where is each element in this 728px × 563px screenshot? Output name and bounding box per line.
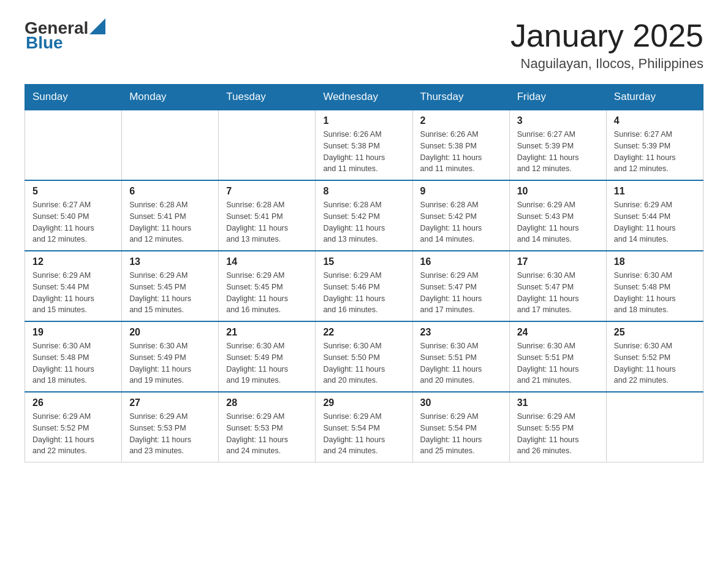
day-info: Sunrise: 6:30 AM Sunset: 5:48 PM Dayligh… xyxy=(614,270,696,316)
day-info: Sunrise: 6:28 AM Sunset: 5:42 PM Dayligh… xyxy=(420,199,502,245)
day-info: Sunrise: 6:29 AM Sunset: 5:44 PM Dayligh… xyxy=(32,270,114,316)
day-info: Sunrise: 6:30 AM Sunset: 5:52 PM Dayligh… xyxy=(614,340,696,386)
calendar-cell: 7Sunrise: 6:28 AM Sunset: 5:41 PM Daylig… xyxy=(219,180,316,251)
calendar-header-tuesday: Tuesday xyxy=(219,85,316,110)
day-info: Sunrise: 6:30 AM Sunset: 5:48 PM Dayligh… xyxy=(32,340,114,386)
page-header: General Blue January 2025 Naguilayan, Il… xyxy=(25,18,703,72)
calendar-cell: 5Sunrise: 6:27 AM Sunset: 5:40 PM Daylig… xyxy=(25,180,122,251)
day-info: Sunrise: 6:28 AM Sunset: 5:41 PM Dayligh… xyxy=(129,199,211,245)
calendar-cell xyxy=(25,110,122,180)
calendar-cell: 15Sunrise: 6:29 AM Sunset: 5:46 PM Dayli… xyxy=(316,251,412,321)
calendar-cell: 2Sunrise: 6:26 AM Sunset: 5:38 PM Daylig… xyxy=(412,110,509,180)
calendar-header-wednesday: Wednesday xyxy=(316,85,412,110)
calendar-cell: 27Sunrise: 6:29 AM Sunset: 5:53 PM Dayli… xyxy=(122,392,219,462)
day-number: 5 xyxy=(32,186,114,197)
location-title: Naguilayan, Ilocos, Philippines xyxy=(510,56,703,72)
day-info: Sunrise: 6:29 AM Sunset: 5:54 PM Dayligh… xyxy=(420,411,502,457)
day-info: Sunrise: 6:27 AM Sunset: 5:39 PM Dayligh… xyxy=(614,129,696,175)
calendar-header-thursday: Thursday xyxy=(412,85,509,110)
calendar-header-monday: Monday xyxy=(122,85,219,110)
day-number: 16 xyxy=(420,256,502,267)
calendar-cell: 25Sunrise: 6:30 AM Sunset: 5:52 PM Dayli… xyxy=(606,321,703,392)
day-number: 17 xyxy=(517,256,599,267)
day-number: 29 xyxy=(323,397,404,408)
day-info: Sunrise: 6:28 AM Sunset: 5:42 PM Dayligh… xyxy=(323,199,404,245)
calendar-cell: 11Sunrise: 6:29 AM Sunset: 5:44 PM Dayli… xyxy=(606,180,703,251)
calendar-cell: 12Sunrise: 6:29 AM Sunset: 5:44 PM Dayli… xyxy=(25,251,122,321)
calendar-header-saturday: Saturday xyxy=(606,85,703,110)
calendar-cell xyxy=(122,110,219,180)
day-number: 26 xyxy=(32,397,114,408)
calendar-cell: 22Sunrise: 6:30 AM Sunset: 5:50 PM Dayli… xyxy=(316,321,412,392)
week-row-3: 12Sunrise: 6:29 AM Sunset: 5:44 PM Dayli… xyxy=(25,251,703,321)
day-info: Sunrise: 6:27 AM Sunset: 5:40 PM Dayligh… xyxy=(32,199,114,245)
day-number: 23 xyxy=(420,327,502,338)
calendar-cell xyxy=(219,110,316,180)
calendar-cell: 13Sunrise: 6:29 AM Sunset: 5:45 PM Dayli… xyxy=(122,251,219,321)
day-info: Sunrise: 6:26 AM Sunset: 5:38 PM Dayligh… xyxy=(420,129,502,175)
day-number: 18 xyxy=(614,256,696,267)
calendar-cell: 4Sunrise: 6:27 AM Sunset: 5:39 PM Daylig… xyxy=(606,110,703,180)
calendar-cell: 30Sunrise: 6:29 AM Sunset: 5:54 PM Dayli… xyxy=(412,392,509,462)
calendar-cell: 23Sunrise: 6:30 AM Sunset: 5:51 PM Dayli… xyxy=(412,321,509,392)
calendar-header-friday: Friday xyxy=(509,85,606,110)
day-number: 12 xyxy=(32,256,114,267)
calendar-cell: 20Sunrise: 6:30 AM Sunset: 5:49 PM Dayli… xyxy=(122,321,219,392)
day-info: Sunrise: 6:29 AM Sunset: 5:45 PM Dayligh… xyxy=(226,270,308,316)
logo: General Blue xyxy=(25,18,105,53)
calendar-cell: 8Sunrise: 6:28 AM Sunset: 5:42 PM Daylig… xyxy=(316,180,412,251)
day-number: 30 xyxy=(420,397,502,408)
day-info: Sunrise: 6:27 AM Sunset: 5:39 PM Dayligh… xyxy=(517,129,599,175)
day-info: Sunrise: 6:29 AM Sunset: 5:55 PM Dayligh… xyxy=(517,411,599,457)
week-row-2: 5Sunrise: 6:27 AM Sunset: 5:40 PM Daylig… xyxy=(25,180,703,251)
day-number: 8 xyxy=(323,186,404,197)
day-info: Sunrise: 6:28 AM Sunset: 5:41 PM Dayligh… xyxy=(226,199,308,245)
day-number: 14 xyxy=(226,256,308,267)
day-number: 4 xyxy=(614,115,696,126)
day-number: 28 xyxy=(226,397,308,408)
day-info: Sunrise: 6:30 AM Sunset: 5:51 PM Dayligh… xyxy=(517,340,599,386)
calendar-cell: 9Sunrise: 6:28 AM Sunset: 5:42 PM Daylig… xyxy=(412,180,509,251)
day-number: 27 xyxy=(129,397,211,408)
day-info: Sunrise: 6:29 AM Sunset: 5:44 PM Dayligh… xyxy=(614,199,696,245)
day-info: Sunrise: 6:30 AM Sunset: 5:49 PM Dayligh… xyxy=(226,340,308,386)
calendar-cell: 21Sunrise: 6:30 AM Sunset: 5:49 PM Dayli… xyxy=(219,321,316,392)
week-row-4: 19Sunrise: 6:30 AM Sunset: 5:48 PM Dayli… xyxy=(25,321,703,392)
day-info: Sunrise: 6:29 AM Sunset: 5:45 PM Dayligh… xyxy=(129,270,211,316)
day-number: 7 xyxy=(226,186,308,197)
calendar-cell: 18Sunrise: 6:30 AM Sunset: 5:48 PM Dayli… xyxy=(606,251,703,321)
day-info: Sunrise: 6:26 AM Sunset: 5:38 PM Dayligh… xyxy=(323,129,404,175)
calendar-cell: 6Sunrise: 6:28 AM Sunset: 5:41 PM Daylig… xyxy=(122,180,219,251)
day-info: Sunrise: 6:29 AM Sunset: 5:43 PM Dayligh… xyxy=(517,199,599,245)
day-number: 13 xyxy=(129,256,211,267)
calendar-cell: 31Sunrise: 6:29 AM Sunset: 5:55 PM Dayli… xyxy=(509,392,606,462)
svg-marker-0 xyxy=(89,18,105,34)
day-number: 22 xyxy=(323,327,404,338)
day-number: 15 xyxy=(323,256,404,267)
day-number: 19 xyxy=(32,327,114,338)
day-number: 6 xyxy=(129,186,211,197)
day-number: 25 xyxy=(614,327,696,338)
day-number: 24 xyxy=(517,327,599,338)
day-number: 11 xyxy=(614,186,696,197)
calendar-cell: 24Sunrise: 6:30 AM Sunset: 5:51 PM Dayli… xyxy=(509,321,606,392)
calendar-cell: 19Sunrise: 6:30 AM Sunset: 5:48 PM Dayli… xyxy=(25,321,122,392)
day-number: 20 xyxy=(129,327,211,338)
day-info: Sunrise: 6:29 AM Sunset: 5:47 PM Dayligh… xyxy=(420,270,502,316)
day-number: 9 xyxy=(420,186,502,197)
logo-blue-text: Blue xyxy=(26,33,63,53)
day-info: Sunrise: 6:29 AM Sunset: 5:46 PM Dayligh… xyxy=(323,270,404,316)
day-number: 1 xyxy=(323,115,404,126)
calendar-cell: 16Sunrise: 6:29 AM Sunset: 5:47 PM Dayli… xyxy=(412,251,509,321)
day-info: Sunrise: 6:29 AM Sunset: 5:54 PM Dayligh… xyxy=(323,411,404,457)
day-info: Sunrise: 6:30 AM Sunset: 5:49 PM Dayligh… xyxy=(129,340,211,386)
calendar-cell: 3Sunrise: 6:27 AM Sunset: 5:39 PM Daylig… xyxy=(509,110,606,180)
calendar-cell xyxy=(606,392,703,462)
day-info: Sunrise: 6:29 AM Sunset: 5:52 PM Dayligh… xyxy=(32,411,114,457)
day-number: 3 xyxy=(517,115,599,126)
day-info: Sunrise: 6:29 AM Sunset: 5:53 PM Dayligh… xyxy=(226,411,308,457)
day-info: Sunrise: 6:30 AM Sunset: 5:47 PM Dayligh… xyxy=(517,270,599,316)
calendar-header-sunday: Sunday xyxy=(25,85,122,110)
day-info: Sunrise: 6:30 AM Sunset: 5:50 PM Dayligh… xyxy=(323,340,404,386)
calendar-table: SundayMondayTuesdayWednesdayThursdayFrid… xyxy=(25,84,703,462)
